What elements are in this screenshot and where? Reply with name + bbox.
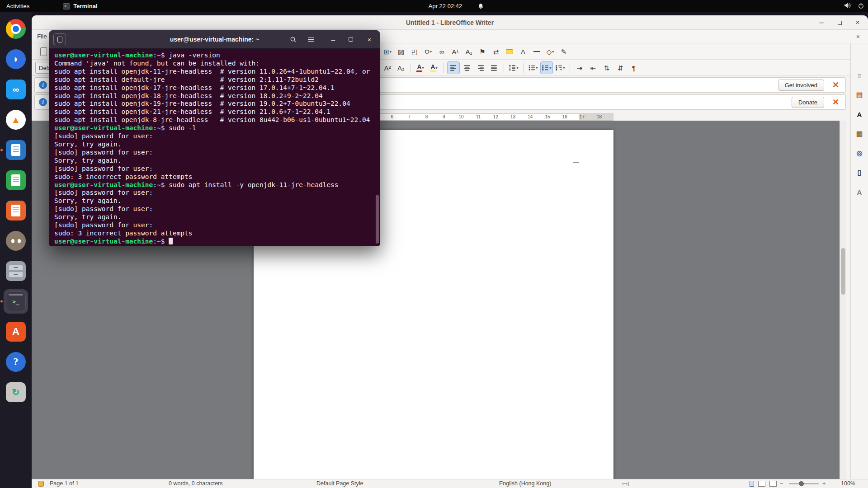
focused-app-indicator[interactable]: >_ Terminal bbox=[63, 3, 97, 9]
close-document-button[interactable]: × bbox=[856, 33, 860, 40]
writer-titlebar[interactable]: Untitled 1 - LibreOffice Writer – × bbox=[32, 15, 868, 30]
decrease-paragraph-spacing-icon[interactable]: ⇵ bbox=[614, 61, 627, 74]
terminal-maximize-button[interactable] bbox=[345, 33, 357, 45]
increase-indent-icon[interactable]: ⇥ bbox=[573, 61, 586, 74]
insert-image-icon[interactable]: ▨ bbox=[395, 45, 407, 58]
writer-minimize-button[interactable]: – bbox=[816, 17, 827, 28]
notification-bell-icon[interactable] bbox=[477, 3, 484, 11]
ordered-list-icon[interactable]: ▾ bbox=[540, 61, 553, 74]
donate-button[interactable]: Donate bbox=[792, 97, 824, 108]
align-right-icon[interactable] bbox=[474, 61, 487, 74]
dock-item-vscode[interactable]: ∞ bbox=[4, 77, 28, 102]
multi-page-view-icon[interactable] bbox=[758, 481, 765, 487]
dock-item-files[interactable] bbox=[4, 259, 28, 283]
dock-item-gimp[interactable] bbox=[4, 229, 28, 253]
insert-bookmark-icon[interactable]: ⚑ bbox=[476, 45, 489, 58]
single-page-view-icon[interactable] bbox=[750, 481, 754, 487]
insert-horizontal-line-icon[interactable] bbox=[530, 45, 543, 58]
terminal-close-button[interactable]: × bbox=[363, 33, 375, 45]
search-button[interactable] bbox=[287, 33, 299, 45]
trash-icon: ↻ bbox=[6, 382, 26, 402]
focused-app-name: Terminal bbox=[73, 3, 97, 9]
terminal-output-line: Sorry, try again. bbox=[54, 141, 375, 149]
outline-format-icon[interactable]: ▾ bbox=[554, 61, 566, 74]
line-spacing-icon[interactable]: ▾ bbox=[507, 61, 520, 74]
running-indicator-dot bbox=[0, 149, 3, 151]
zoom-slider[interactable] bbox=[789, 483, 819, 484]
maximize-icon bbox=[349, 37, 353, 42]
gallery-deck-icon[interactable]: ▦ bbox=[854, 128, 865, 140]
terminal-scrollbar-thumb[interactable] bbox=[376, 195, 379, 244]
dock-item-chrome[interactable] bbox=[4, 17, 28, 41]
ruler-number: 9 bbox=[443, 114, 445, 119]
basic-shapes-icon[interactable]: ◇▾ bbox=[544, 45, 557, 58]
clock-menu[interactable]: Apr 22 02:42 bbox=[429, 3, 462, 9]
sidebar-menu-icon[interactable]: ≡ bbox=[854, 70, 865, 81]
highlighting-color-icon[interactable]: A▾ bbox=[428, 61, 440, 74]
superscript-icon[interactable]: A² bbox=[381, 61, 394, 74]
subscript-icon[interactable]: A₂ bbox=[395, 61, 407, 74]
increase-paragraph-spacing-icon[interactable]: ⇅ bbox=[600, 61, 613, 74]
dock-item-libreoffice-writer[interactable] bbox=[4, 138, 28, 162]
get-involved-button[interactable]: Get involved bbox=[778, 80, 824, 91]
insert-footnote-icon[interactable]: A¹ bbox=[449, 45, 462, 58]
menu-button[interactable] bbox=[305, 33, 317, 45]
page-style-status[interactable]: Default Page Style bbox=[316, 480, 363, 487]
vlc-icon: ▲ bbox=[6, 110, 26, 130]
page-deck-icon[interactable]: ▯ bbox=[854, 167, 865, 178]
track-changes-icon[interactable]: Δ bbox=[517, 45, 529, 58]
document-vertical-scrollbar[interactable] bbox=[840, 121, 846, 479]
zoom-percentage[interactable]: 100% bbox=[841, 480, 855, 487]
terminal-output[interactable]: user@user-virtual-machine:~$ java -versi… bbox=[49, 49, 380, 246]
insert-cross-reference-icon[interactable]: ⇄ bbox=[490, 45, 502, 58]
unordered-list-icon[interactable]: ▾ bbox=[527, 61, 539, 74]
dock-item-libreoffice-calc[interactable] bbox=[4, 168, 28, 192]
properties-deck-icon[interactable]: ▤ bbox=[854, 89, 865, 101]
align-justify-icon[interactable] bbox=[488, 61, 500, 74]
terminal-minimize-button[interactable]: – bbox=[327, 33, 339, 45]
zoom-in-button[interactable]: + bbox=[822, 480, 826, 487]
terminal-app-icon: >_ bbox=[63, 3, 70, 9]
insert-text-box-icon[interactable]: ◰ bbox=[408, 45, 421, 58]
font-color-icon[interactable]: A▾ bbox=[414, 61, 427, 74]
insert-hyperlink-icon[interactable]: ∞ bbox=[435, 45, 448, 58]
dock-item-libreoffice-impress[interactable] bbox=[4, 198, 28, 223]
dock-item-terminal[interactable]: >_ bbox=[4, 289, 28, 314]
navigator-deck-icon[interactable]: ◎ bbox=[854, 147, 865, 159]
dock-item-thunderbird[interactable]: ◗ bbox=[4, 47, 28, 71]
dock-item-ubuntu-software[interactable]: A bbox=[4, 319, 28, 344]
insert-comment-icon[interactable] bbox=[503, 45, 516, 58]
maximize-icon bbox=[838, 21, 842, 25]
system-status-area[interactable] bbox=[844, 2, 864, 10]
book-view-icon[interactable] bbox=[769, 481, 777, 487]
ruler-number: 16 bbox=[562, 114, 567, 119]
insert-endnote-icon[interactable]: A₁ bbox=[462, 45, 475, 58]
terminal-titlebar[interactable]: user@user-virtual-machine: ~ – × bbox=[49, 30, 380, 49]
align-left-icon[interactable] bbox=[447, 61, 460, 74]
align-center-icon[interactable] bbox=[461, 61, 473, 74]
infobar-close-icon[interactable]: ✕ bbox=[832, 81, 839, 89]
language-status[interactable]: English (Hong Kong) bbox=[499, 480, 551, 487]
word-count-status[interactable]: 0 words, 0 characters bbox=[169, 480, 223, 487]
style-inspector-deck-icon[interactable]: A bbox=[854, 186, 865, 198]
formatting-marks-icon[interactable]: ¶ bbox=[627, 61, 640, 74]
decrease-indent-icon[interactable]: ⇤ bbox=[587, 61, 599, 74]
zoom-slider-handle[interactable] bbox=[799, 481, 804, 486]
insert-table-icon[interactable]: ⊞▾ bbox=[381, 45, 394, 58]
page-number-status[interactable]: Page 1 of 1 bbox=[50, 480, 79, 487]
dock-item-trash[interactable]: ↻ bbox=[4, 380, 28, 404]
show-draw-functions-icon[interactable]: ✎ bbox=[557, 45, 570, 58]
activities-button[interactable]: Activities bbox=[0, 0, 36, 12]
scrollbar-thumb[interactable] bbox=[841, 248, 845, 295]
selection-mode-icon[interactable]: ▭I bbox=[622, 480, 629, 487]
writer-maximize-button[interactable] bbox=[834, 17, 845, 28]
chevron-down-icon: ▾ bbox=[390, 50, 392, 54]
zoom-out-button[interactable]: − bbox=[780, 480, 783, 487]
infobar-close-icon[interactable]: ✕ bbox=[832, 98, 839, 106]
writer-close-button[interactable]: × bbox=[852, 17, 863, 28]
insert-special-character-icon[interactable]: Ω▾ bbox=[422, 45, 434, 58]
dock-item-vlc[interactable]: ▲ bbox=[4, 108, 28, 132]
styles-deck-icon[interactable]: A bbox=[854, 108, 865, 120]
new-document-icon[interactable] bbox=[37, 45, 50, 58]
dock-item-help[interactable]: ? bbox=[4, 350, 28, 374]
